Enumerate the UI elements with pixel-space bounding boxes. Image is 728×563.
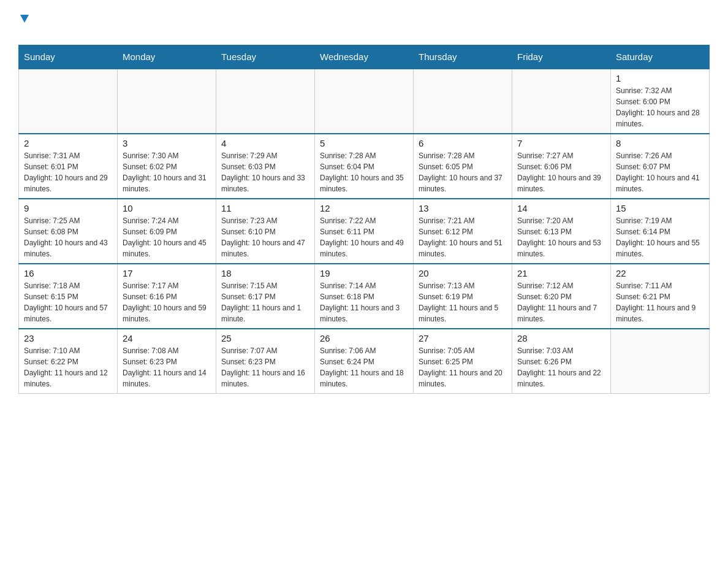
day-number: 7	[517, 138, 605, 148]
calendar-cell-w2-d3: 4Sunrise: 7:29 AMSunset: 6:03 PMDaylight…	[216, 134, 315, 199]
calendar-week-4: 16Sunrise: 7:18 AMSunset: 6:15 PMDayligh…	[19, 264, 710, 329]
calendar-cell-w2-d7: 8Sunrise: 7:26 AMSunset: 6:07 PMDaylight…	[611, 134, 710, 199]
calendar-cell-w3-d7: 15Sunrise: 7:19 AMSunset: 6:14 PMDayligh…	[611, 199, 710, 264]
day-number: 25	[221, 333, 309, 343]
day-info: Sunrise: 7:24 AMSunset: 6:09 PMDaylight:…	[123, 215, 211, 259]
day-info: Sunrise: 7:13 AMSunset: 6:19 PMDaylight:…	[419, 280, 507, 324]
day-info: Sunrise: 7:05 AMSunset: 6:25 PMDaylight:…	[419, 345, 507, 389]
calendar-cell-w3-d5: 13Sunrise: 7:21 AMSunset: 6:12 PMDayligh…	[414, 199, 512, 264]
day-number: 28	[517, 333, 605, 343]
day-number: 4	[221, 138, 309, 148]
weekday-header-tuesday: Tuesday	[216, 45, 315, 69]
day-info: Sunrise: 7:18 AMSunset: 6:15 PMDaylight:…	[24, 280, 112, 324]
day-info: Sunrise: 7:23 AMSunset: 6:10 PMDaylight:…	[221, 215, 309, 259]
calendar-cell-w5-d6: 28Sunrise: 7:03 AMSunset: 6:26 PMDayligh…	[512, 329, 611, 394]
calendar-cell-w1-d2	[118, 69, 216, 134]
calendar-cell-w2-d2: 3Sunrise: 7:30 AMSunset: 6:02 PMDaylight…	[118, 134, 216, 199]
calendar-cell-w1-d7: 1Sunrise: 7:32 AMSunset: 6:00 PMDaylight…	[611, 69, 710, 134]
calendar-cell-w1-d5	[414, 69, 512, 134]
day-info: Sunrise: 7:06 AMSunset: 6:24 PMDaylight:…	[320, 345, 408, 389]
weekday-header-row: SundayMondayTuesdayWednesdayThursdayFrid…	[19, 45, 710, 69]
calendar-cell-w2-d5: 6Sunrise: 7:28 AMSunset: 6:05 PMDaylight…	[414, 134, 512, 199]
calendar-cell-w3-d6: 14Sunrise: 7:20 AMSunset: 6:13 PMDayligh…	[512, 199, 611, 264]
day-info: Sunrise: 7:10 AMSunset: 6:22 PMDaylight:…	[24, 345, 112, 389]
calendar-cell-w5-d5: 27Sunrise: 7:05 AMSunset: 6:25 PMDayligh…	[414, 329, 512, 394]
weekday-header-monday: Monday	[118, 45, 216, 69]
calendar-cell-w4-d5: 20Sunrise: 7:13 AMSunset: 6:19 PMDayligh…	[414, 264, 512, 329]
day-number: 19	[320, 268, 408, 278]
calendar-week-5: 23Sunrise: 7:10 AMSunset: 6:22 PMDayligh…	[19, 329, 710, 394]
day-info: Sunrise: 7:11 AMSunset: 6:21 PMDaylight:…	[616, 280, 704, 324]
day-number: 18	[221, 268, 309, 278]
calendar-cell-w2-d4: 5Sunrise: 7:28 AMSunset: 6:04 PMDaylight…	[315, 134, 414, 199]
weekday-header-sunday: Sunday	[19, 45, 118, 69]
day-number: 15	[616, 203, 704, 213]
day-number: 5	[320, 138, 408, 148]
calendar-cell-w4-d1: 16Sunrise: 7:18 AMSunset: 6:15 PMDayligh…	[19, 264, 118, 329]
day-info: Sunrise: 7:08 AMSunset: 6:23 PMDaylight:…	[123, 345, 211, 389]
weekday-header-saturday: Saturday	[611, 45, 710, 69]
weekday-header-thursday: Thursday	[414, 45, 512, 69]
day-number: 10	[123, 203, 211, 213]
logo-triangle-icon	[20, 15, 29, 23]
calendar-cell-w4-d3: 18Sunrise: 7:15 AMSunset: 6:17 PMDayligh…	[216, 264, 315, 329]
day-info: Sunrise: 7:03 AMSunset: 6:26 PMDaylight:…	[517, 345, 605, 389]
calendar-cell-w3-d2: 10Sunrise: 7:24 AMSunset: 6:09 PMDayligh…	[118, 199, 216, 264]
calendar-cell-w3-d3: 11Sunrise: 7:23 AMSunset: 6:10 PMDayligh…	[216, 199, 315, 264]
day-number: 2	[24, 138, 112, 148]
day-number: 12	[320, 203, 408, 213]
day-info: Sunrise: 7:29 AMSunset: 6:03 PMDaylight:…	[221, 150, 309, 194]
day-info: Sunrise: 7:30 AMSunset: 6:02 PMDaylight:…	[123, 150, 211, 194]
day-info: Sunrise: 7:07 AMSunset: 6:23 PMDaylight:…	[221, 345, 309, 389]
calendar-cell-w5-d4: 26Sunrise: 7:06 AMSunset: 6:24 PMDayligh…	[315, 329, 414, 394]
day-number: 14	[517, 203, 605, 213]
calendar-cell-w4-d4: 19Sunrise: 7:14 AMSunset: 6:18 PMDayligh…	[315, 264, 414, 329]
day-info: Sunrise: 7:14 AMSunset: 6:18 PMDaylight:…	[320, 280, 408, 324]
day-info: Sunrise: 7:22 AMSunset: 6:11 PMDaylight:…	[320, 215, 408, 259]
calendar-week-2: 2Sunrise: 7:31 AMSunset: 6:01 PMDaylight…	[19, 134, 710, 199]
calendar-cell-w5-d7	[611, 329, 710, 394]
weekday-header-wednesday: Wednesday	[315, 45, 414, 69]
weekday-header-friday: Friday	[512, 45, 611, 69]
day-number: 3	[123, 138, 211, 148]
calendar-cell-w3-d1: 9Sunrise: 7:25 AMSunset: 6:08 PMDaylight…	[19, 199, 118, 264]
calendar-cell-w4-d6: 21Sunrise: 7:12 AMSunset: 6:20 PMDayligh…	[512, 264, 611, 329]
calendar-cell-w3-d4: 12Sunrise: 7:22 AMSunset: 6:11 PMDayligh…	[315, 199, 414, 264]
day-info: Sunrise: 7:25 AMSunset: 6:08 PMDaylight:…	[24, 215, 112, 259]
day-info: Sunrise: 7:31 AMSunset: 6:01 PMDaylight:…	[24, 150, 112, 194]
calendar-cell-w5-d2: 24Sunrise: 7:08 AMSunset: 6:23 PMDayligh…	[118, 329, 216, 394]
day-number: 8	[616, 138, 704, 148]
day-number: 23	[24, 333, 112, 343]
calendar-cell-w5-d3: 25Sunrise: 7:07 AMSunset: 6:23 PMDayligh…	[216, 329, 315, 394]
day-info: Sunrise: 7:19 AMSunset: 6:14 PMDaylight:…	[616, 215, 704, 259]
day-number: 22	[616, 268, 704, 278]
day-info: Sunrise: 7:17 AMSunset: 6:16 PMDaylight:…	[123, 280, 211, 324]
day-number: 26	[320, 333, 408, 343]
day-number: 16	[24, 268, 112, 278]
day-number: 24	[123, 333, 211, 343]
calendar-cell-w2-d1: 2Sunrise: 7:31 AMSunset: 6:01 PMDaylight…	[19, 134, 118, 199]
day-number: 9	[24, 203, 112, 213]
calendar-cell-w1-d3	[216, 69, 315, 134]
day-info: Sunrise: 7:27 AMSunset: 6:06 PMDaylight:…	[517, 150, 605, 194]
day-number: 21	[517, 268, 605, 278]
calendar-week-1: 1Sunrise: 7:32 AMSunset: 6:00 PMDaylight…	[19, 69, 710, 134]
calendar-cell-w4-d7: 22Sunrise: 7:11 AMSunset: 6:21 PMDayligh…	[611, 264, 710, 329]
day-number: 27	[419, 333, 507, 343]
day-number: 13	[419, 203, 507, 213]
calendar-cell-w5-d1: 23Sunrise: 7:10 AMSunset: 6:22 PMDayligh…	[19, 329, 118, 394]
day-number: 20	[419, 268, 507, 278]
day-info: Sunrise: 7:26 AMSunset: 6:07 PMDaylight:…	[616, 150, 704, 194]
day-info: Sunrise: 7:28 AMSunset: 6:05 PMDaylight:…	[419, 150, 507, 194]
day-number: 11	[221, 203, 309, 213]
day-number: 6	[419, 138, 507, 148]
day-info: Sunrise: 7:21 AMSunset: 6:12 PMDaylight:…	[419, 215, 507, 259]
page-header	[18, 12, 710, 39]
logo	[18, 12, 29, 39]
calendar-cell-w1-d4	[315, 69, 414, 134]
day-info: Sunrise: 7:32 AMSunset: 6:00 PMDaylight:…	[616, 85, 704, 129]
calendar-week-3: 9Sunrise: 7:25 AMSunset: 6:08 PMDaylight…	[19, 199, 710, 264]
calendar-cell-w1-d1	[19, 69, 118, 134]
day-info: Sunrise: 7:15 AMSunset: 6:17 PMDaylight:…	[221, 280, 309, 324]
day-number: 1	[616, 73, 704, 83]
